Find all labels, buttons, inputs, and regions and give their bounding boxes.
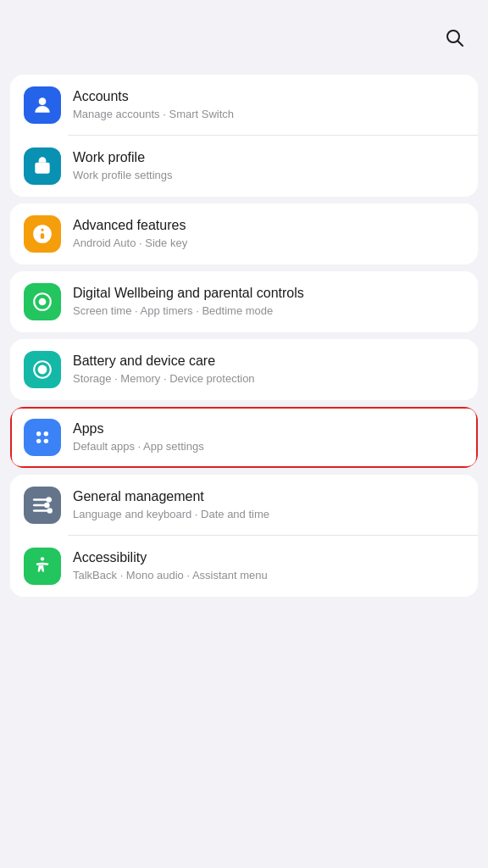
item-title-work-profile: Work profile: [73, 149, 464, 167]
settings-item-work-profile[interactable]: Work profile Work profile settings: [10, 136, 478, 197]
svg-point-10: [36, 439, 41, 443]
search-button[interactable]: [437, 20, 471, 54]
work-icon: [24, 147, 61, 185]
item-title-apps: Apps: [73, 420, 464, 438]
accounts-icon: [24, 86, 61, 124]
item-subtitle-accounts: Manage accounts · Smart Switch: [73, 108, 464, 122]
svg-point-9: [44, 431, 48, 436]
item-title-general-management: General management: [73, 488, 464, 506]
settings-item-general-management[interactable]: General management Language and keyboard…: [10, 475, 478, 536]
item-text-digital-wellbeing: Digital Wellbeing and parental controls …: [73, 285, 464, 319]
settings-item-accounts[interactable]: Accounts Manage accounts · Smart Switch: [10, 75, 478, 136]
item-text-general-management: General management Language and keyboard…: [73, 488, 464, 522]
search-icon: [444, 27, 464, 47]
advanced-icon: [24, 215, 61, 253]
settings-section: Advanced features Android Auto · Side ke…: [10, 203, 478, 264]
settings-section: Accounts Manage accounts · Smart Switch …: [10, 75, 478, 197]
svg-point-2: [39, 97, 47, 105]
settings-section: Digital Wellbeing and parental controls …: [10, 271, 478, 332]
battery-icon: [24, 351, 61, 388]
settings-item-accessibility[interactable]: Accessibility TalkBack · Mono audio · As…: [10, 536, 478, 597]
item-subtitle-apps: Default apps · App settings: [73, 440, 464, 454]
item-subtitle-accessibility: TalkBack · Mono audio · Assistant menu: [73, 569, 464, 583]
wellbeing-icon: [24, 283, 61, 320]
general-icon: [24, 487, 61, 524]
item-title-digital-wellbeing: Digital Wellbeing and parental controls: [73, 285, 464, 303]
settings-section: Apps Default apps · App settings: [10, 407, 478, 468]
item-title-advanced-features: Advanced features: [73, 217, 464, 235]
item-title-battery: Battery and device care: [73, 353, 464, 370]
item-title-accounts: Accounts: [73, 88, 464, 106]
item-text-advanced-features: Advanced features Android Auto · Side ke…: [73, 217, 464, 251]
svg-point-8: [36, 431, 41, 436]
svg-point-4: [41, 166, 44, 170]
item-text-apps: Apps Default apps · App settings: [73, 420, 464, 454]
item-subtitle-work-profile: Work profile settings: [73, 169, 464, 183]
item-subtitle-digital-wellbeing: Screen time · App timers · Bedtime mode: [73, 304, 464, 319]
settings-item-digital-wellbeing[interactable]: Digital Wellbeing and parental controls …: [10, 271, 478, 332]
item-subtitle-general-management: Language and keyboard · Date and time: [73, 508, 464, 522]
item-text-battery: Battery and device care Storage · Memory…: [73, 353, 464, 387]
svg-point-18: [41, 557, 44, 560]
svg-point-16: [44, 503, 49, 509]
item-subtitle-battery: Storage · Memory · Device protection: [73, 372, 464, 387]
settings-item-battery[interactable]: Battery and device care Storage · Memory…: [10, 339, 478, 400]
settings-item-advanced-features[interactable]: Advanced features Android Auto · Side ke…: [10, 203, 478, 264]
svg-point-7: [38, 365, 47, 375]
header: [0, 0, 488, 68]
svg-point-15: [46, 497, 52, 503]
settings-section: General management Language and keyboard…: [10, 475, 478, 597]
accessibility-icon: [24, 548, 61, 585]
svg-point-11: [44, 439, 48, 443]
item-title-accessibility: Accessibility: [73, 549, 464, 567]
settings-item-apps[interactable]: Apps Default apps · App settings: [10, 407, 478, 468]
settings-section: Battery and device care Storage · Memory…: [10, 339, 478, 400]
item-subtitle-advanced-features: Android Auto · Side key: [73, 236, 464, 251]
item-text-work-profile: Work profile Work profile settings: [73, 149, 464, 183]
apps-icon: [24, 419, 61, 456]
svg-point-17: [47, 508, 53, 514]
item-text-accounts: Accounts Manage accounts · Smart Switch: [73, 88, 464, 122]
svg-line-1: [458, 42, 463, 47]
svg-point-6: [39, 298, 47, 306]
item-text-accessibility: Accessibility TalkBack · Mono audio · As…: [73, 549, 464, 583]
